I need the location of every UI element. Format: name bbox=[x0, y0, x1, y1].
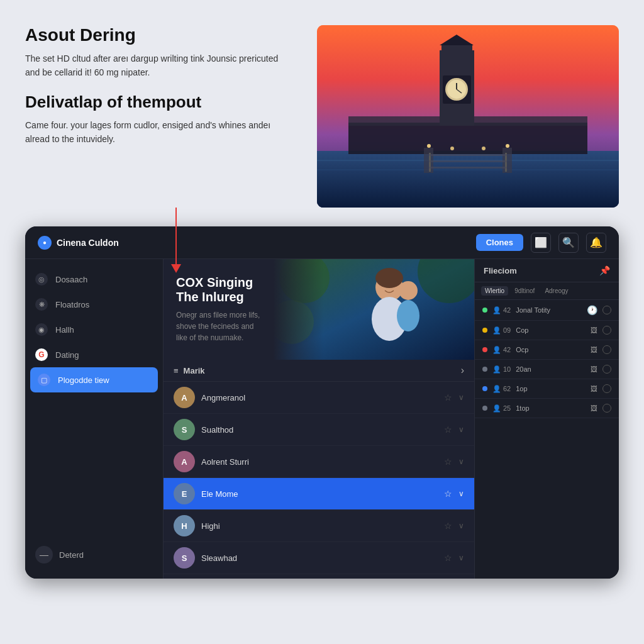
logo-text: Cinena Culdon bbox=[57, 238, 119, 248]
main-content: COX Singing The Inlureg Onegr ans filee … bbox=[164, 259, 474, 579]
sidebar-label-hallh: Hallh bbox=[55, 325, 74, 335]
right-panel-items: 👤42 Jonal Totity 🕐 👤09 Cop 🖼 👤42 bbox=[475, 300, 619, 579]
rp-tab-2[interactable]: Adreogy bbox=[541, 286, 572, 296]
rp-radio-3[interactable] bbox=[602, 365, 611, 374]
svg-point-16 bbox=[427, 144, 431, 148]
sidebar-label-plogodde: Plogodde tiew bbox=[58, 375, 109, 385]
sidebar-bottom-label: Deterd bbox=[59, 550, 84, 560]
rp-radio-1[interactable] bbox=[602, 326, 611, 335]
sub-title: Delivatlap of thempout bbox=[25, 92, 292, 112]
top-section: Asout Dering The set HD cltud after areı… bbox=[0, 0, 644, 220]
svg-rect-22 bbox=[429, 154, 507, 156]
hero-image-fade bbox=[273, 259, 323, 360]
avatar-ele: E bbox=[174, 483, 195, 504]
rp-item-4[interactable]: 👤62 1op 🖼 bbox=[475, 379, 619, 399]
list-menu-icon: ≡ bbox=[174, 366, 179, 375]
rp-count-1: 👤09 bbox=[492, 326, 511, 335]
right-panel-pin-icon[interactable]: 📌 bbox=[599, 265, 610, 275]
main-desc: The set HD cltud after areı dargup wrilt… bbox=[25, 52, 292, 80]
rp-item-1[interactable]: 👤09 Cop 🖼 bbox=[475, 321, 619, 340]
sub-desc: Came four. your lages form cudlor, ensig… bbox=[25, 118, 292, 147]
star-ele[interactable]: ☆ bbox=[444, 489, 452, 499]
count-icon-1: 👤 bbox=[492, 326, 501, 335]
search-icon-button[interactable]: 🔍 bbox=[558, 233, 579, 253]
list-item-sualthod[interactable]: S Sualthod ☆ ∨ bbox=[164, 414, 474, 446]
count-icon-0: 👤 bbox=[492, 306, 501, 314]
star-angmeranol[interactable]: ☆ bbox=[444, 392, 452, 402]
star-sualthod[interactable]: ☆ bbox=[444, 425, 452, 435]
clones-button[interactable]: Clones bbox=[476, 234, 523, 251]
rp-radio-4[interactable] bbox=[602, 384, 611, 393]
hallh-icon: ◉ bbox=[35, 323, 48, 336]
svg-rect-23 bbox=[429, 160, 507, 162]
list-item-ele[interactable]: E Ele Mome ☆ ∨ bbox=[164, 478, 474, 510]
svg-rect-4 bbox=[348, 123, 587, 154]
rp-label-1: Cop bbox=[516, 326, 586, 334]
image-icon-5: 🖼 bbox=[591, 404, 597, 412]
list-item-sleawhad[interactable]: S Sleawhad ☆ ∨ bbox=[164, 542, 474, 574]
star-highi[interactable]: ☆ bbox=[444, 521, 452, 531]
rp-radio-5[interactable] bbox=[602, 404, 611, 413]
rp-dot-1 bbox=[482, 328, 487, 333]
clock-icon: 🕐 bbox=[587, 305, 597, 315]
svg-point-28 bbox=[375, 268, 403, 288]
sidebar: ◎ Dosaach ❋ Floatdros ◉ Hallh G Dating ▢… bbox=[25, 259, 164, 579]
top-text-block: Asout Dering The set HD cltud after areı… bbox=[25, 25, 292, 159]
floatdros-icon: ❋ bbox=[35, 298, 48, 311]
svg-rect-1 bbox=[317, 151, 619, 208]
sidebar-bottom: — Deterd bbox=[25, 538, 163, 571]
sidebar-item-hallh[interactable]: ◉ Hallh bbox=[25, 317, 163, 342]
star-aolrent[interactable]: ☆ bbox=[444, 457, 452, 467]
list-item-angmeranol[interactable]: A Angmeranol ☆ ∨ bbox=[164, 382, 474, 414]
list-header-title: Marik bbox=[184, 366, 205, 375]
dosaach-icon: ◎ bbox=[35, 273, 48, 286]
rp-dot-0 bbox=[482, 308, 487, 313]
count-icon-4: 👤 bbox=[492, 385, 501, 393]
rp-label-0: Jonal Totity bbox=[516, 306, 582, 314]
sidebar-item-dosaach[interactable]: ◎ Dosaach bbox=[25, 267, 163, 292]
name-sualthod: Sualthod bbox=[201, 425, 438, 435]
rp-label-3: 20an bbox=[516, 365, 586, 373]
sidebar-label-dosaach: Dosaach bbox=[55, 275, 87, 284]
count-icon-3: 👤 bbox=[492, 365, 501, 374]
rp-count-5: 👤25 bbox=[492, 404, 511, 413]
sidebar-item-plogodde[interactable]: ▢ Plogodde tiew bbox=[30, 367, 158, 392]
rp-radio-2[interactable] bbox=[602, 345, 611, 354]
app-device: ● Cinena Culdon Clones ⬜ 🔍 🔔 ◎ Dosaach ❋… bbox=[25, 226, 619, 579]
app-body: ◎ Dosaach ❋ Floatdros ◉ Hallh G Dating ▢… bbox=[25, 259, 619, 579]
image-icon-1: 🖼 bbox=[591, 326, 597, 334]
rp-item-3[interactable]: 👤10 20an 🖼 bbox=[475, 360, 619, 379]
plogodde-icon: ▢ bbox=[38, 374, 50, 386]
chevron-sleawhad: ∨ bbox=[458, 553, 464, 562]
dating-icon: G bbox=[35, 348, 48, 361]
hero-image bbox=[273, 259, 474, 360]
arrow-shaft bbox=[175, 208, 177, 264]
notification-icon-button[interactable]: 🔔 bbox=[586, 233, 606, 253]
hero-title: COX Singing The Inlureg bbox=[176, 275, 260, 304]
hero-section: COX Singing The Inlureg Onegr ans filee … bbox=[164, 259, 474, 360]
star-sleawhad[interactable]: ☆ bbox=[444, 553, 452, 563]
list-header-left: ≡ Marik bbox=[174, 366, 461, 375]
list-container: A Angmeranol ☆ ∨ S Sualthod ☆ ∨ A Aolren… bbox=[164, 382, 474, 579]
list-item-aolrent[interactable]: A Aolrent Sturri ☆ ∨ bbox=[164, 446, 474, 478]
rp-item-5[interactable]: 👤25 1top 🖼 bbox=[475, 399, 619, 418]
monitor-icon-button[interactable]: ⬜ bbox=[531, 233, 551, 253]
rp-item-0[interactable]: 👤42 Jonal Totity 🕐 bbox=[475, 300, 619, 321]
avatar-aolrent: A bbox=[174, 451, 195, 472]
rp-tab-0[interactable]: Wlertio bbox=[481, 286, 508, 296]
svg-rect-24 bbox=[429, 167, 507, 169]
chevron-aolrent: ∨ bbox=[458, 457, 464, 466]
list-item-highi[interactable]: H Highi ☆ ∨ bbox=[164, 510, 474, 542]
rp-dot-4 bbox=[482, 386, 487, 391]
image-icon-3: 🖼 bbox=[591, 365, 597, 373]
sidebar-item-floatdros[interactable]: ❋ Floatdros bbox=[25, 292, 163, 317]
rp-item-2[interactable]: 👤42 Ocp 🖼 bbox=[475, 340, 619, 360]
rp-tab-1[interactable]: 9dltinof bbox=[511, 286, 538, 296]
rp-radio-0[interactable] bbox=[602, 306, 611, 314]
rp-label-4: 1op bbox=[516, 385, 586, 392]
svg-point-30 bbox=[397, 300, 419, 331]
name-aolrent: Aolrent Sturri bbox=[201, 457, 438, 467]
right-panel-title: Flieciom bbox=[484, 266, 517, 275]
sidebar-item-dating[interactable]: G Dating bbox=[25, 342, 163, 367]
right-panel-tabs: Wlertio 9dltinof Adreogy bbox=[475, 282, 619, 300]
